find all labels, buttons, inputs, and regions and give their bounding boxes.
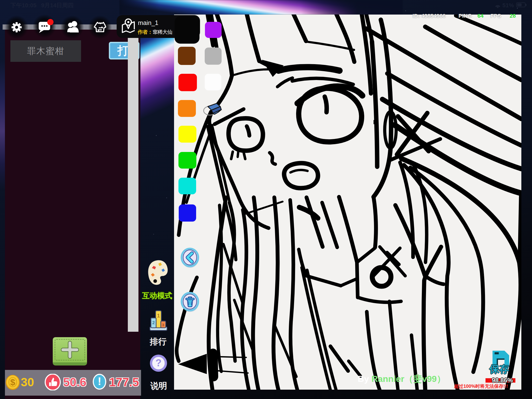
svg-text:2: 2 [152, 320, 155, 325]
svg-text:$: $ [10, 377, 15, 387]
svg-text:?: ? [155, 357, 161, 368]
svg-text:1: 1 [157, 313, 160, 318]
svg-text:3: 3 [162, 323, 164, 327]
